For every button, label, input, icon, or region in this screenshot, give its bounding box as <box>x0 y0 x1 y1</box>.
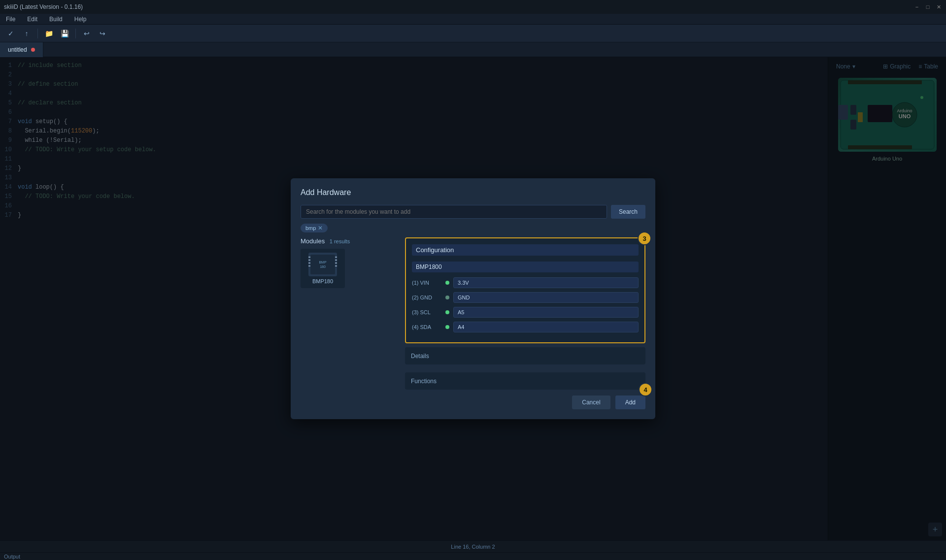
config-pin-3-row: (3) SCL A5 A4 <box>412 307 639 318</box>
titlebar: skiiiD (Latest Version - 0.1.16) − □ ✕ <box>0 0 946 14</box>
module-search-input[interactable] <box>301 205 607 219</box>
module-chip-image: BMP180 <box>308 253 337 276</box>
redo-button[interactable]: ↪ <box>96 27 109 40</box>
config-pin-4-label: (4) SDA <box>412 324 441 330</box>
config-pin-4-select[interactable]: A4 A5 <box>453 322 639 332</box>
config-pin-1-label: (1) VIN <box>412 280 441 286</box>
modules-label: Modules <box>301 237 325 245</box>
outputbar: Output <box>0 552 946 560</box>
statusbar: Line 16, Column 2 <box>0 540 946 552</box>
device-name-field: BMP1800 <box>412 262 639 272</box>
menu-file[interactable]: File <box>4 16 17 23</box>
modules-panel: Modules 1 results BMP180 <box>301 237 399 390</box>
add-button[interactable]: Add <box>615 395 645 409</box>
modules-header: Modules 1 results <box>301 237 399 245</box>
minimize-button[interactable]: − <box>913 3 920 10</box>
config-pin-1-dot <box>445 281 449 285</box>
bmp-tag: bmp ✕ <box>301 224 328 232</box>
config-pin-1-dropdown[interactable]: 3.3V 5V <box>458 280 634 286</box>
verify-button[interactable]: ✓ <box>4 27 18 40</box>
functions-section[interactable]: Functions 4 <box>405 372 645 390</box>
tab-label: untitled <box>8 46 27 53</box>
cancel-button[interactable]: Cancel <box>572 395 610 409</box>
modules-count: 1 results <box>330 238 350 244</box>
config-pin-3-dot <box>445 310 449 314</box>
config-pin-4-row: (4) SDA A4 A5 <box>412 322 639 332</box>
config-pin-3-label: (3) SCL <box>412 309 441 315</box>
toolbar: ✓ ↑ 📁 💾 ↩ ↪ <box>0 25 946 42</box>
main-layout: 1 // include section 2 3 // define secti… <box>0 57 946 540</box>
config-pin-2-dot <box>445 296 449 299</box>
device-name-value: BMP1800 <box>416 264 442 270</box>
config-title: Configuration <box>412 244 639 256</box>
modal-search-row: Search <box>301 205 645 219</box>
config-pin-3-select[interactable]: A5 A4 <box>453 307 639 318</box>
modal-overlay: Add Hardware Search bmp ✕ Modules <box>0 57 946 540</box>
tag-row: bmp ✕ <box>301 224 645 232</box>
tag-label: bmp <box>305 225 316 231</box>
module-item-bmp180[interactable]: BMP180 BMP180 <box>301 249 345 288</box>
status-text: Line 16, Column 2 <box>451 544 495 550</box>
menu-build[interactable]: Build <box>47 16 65 23</box>
details-label: Details <box>411 353 429 360</box>
modal-footer: Cancel Add <box>301 395 645 409</box>
config-pin-3-dropdown[interactable]: A5 A4 <box>458 309 634 315</box>
chip-pins-right <box>335 257 337 266</box>
upload-button[interactable]: ↑ <box>20 27 34 40</box>
config-pin-2-label: (2) GND <box>412 295 441 300</box>
config-pin-2-row: (2) GND GND <box>412 292 639 303</box>
toolbar-separator-1 <box>37 29 38 38</box>
chip-pins-left <box>308 257 310 266</box>
config-pin-2-select[interactable]: GND <box>453 292 639 303</box>
config-pin-1-row: (1) VIN 3.3V 5V <box>412 277 639 288</box>
unsaved-dot <box>31 48 35 52</box>
output-label: Output <box>4 554 20 560</box>
close-button[interactable]: ✕ <box>935 3 942 10</box>
config-pin-2-dropdown[interactable]: GND <box>458 295 634 300</box>
step-4-badge: 4 <box>639 383 652 396</box>
menubar: File Edit Build Help <box>0 14 946 25</box>
tab-untitled[interactable]: untitled <box>0 42 43 57</box>
chip-label: BMP180 <box>319 260 326 269</box>
app-title: skiiiD (Latest Version - 0.1.16) <box>4 3 83 10</box>
save-button[interactable]: 💾 <box>58 27 71 40</box>
modal-title: Add Hardware <box>301 188 645 197</box>
config-pin-1-select[interactable]: 3.3V 5V <box>453 277 639 288</box>
config-pin-4-dropdown[interactable]: A4 A5 <box>458 324 634 330</box>
modal-body: Modules 1 results BMP180 <box>301 237 645 390</box>
undo-button[interactable]: ↩ <box>80 27 94 40</box>
details-section[interactable]: Details <box>405 347 645 364</box>
tabbar: untitled <box>0 42 946 57</box>
config-pin-4-dot <box>445 325 449 329</box>
window-controls: − □ ✕ <box>913 3 942 10</box>
configuration-panel: 3 Configuration BMP1800 (1) VIN <box>405 237 645 343</box>
functions-label: Functions <box>411 378 437 385</box>
menu-edit[interactable]: Edit <box>25 16 39 23</box>
maximize-button[interactable]: □ <box>924 3 931 10</box>
step-3-badge: 3 <box>638 231 651 245</box>
open-button[interactable]: 📁 <box>42 27 56 40</box>
add-hardware-modal: Add Hardware Search bmp ✕ Modules <box>291 178 655 419</box>
module-name-label: BMP180 <box>312 278 333 284</box>
menu-help[interactable]: Help <box>72 16 89 23</box>
toolbar-separator-2 <box>75 29 76 38</box>
tag-remove-button[interactable]: ✕ <box>318 225 323 231</box>
search-button[interactable]: Search <box>611 205 645 219</box>
